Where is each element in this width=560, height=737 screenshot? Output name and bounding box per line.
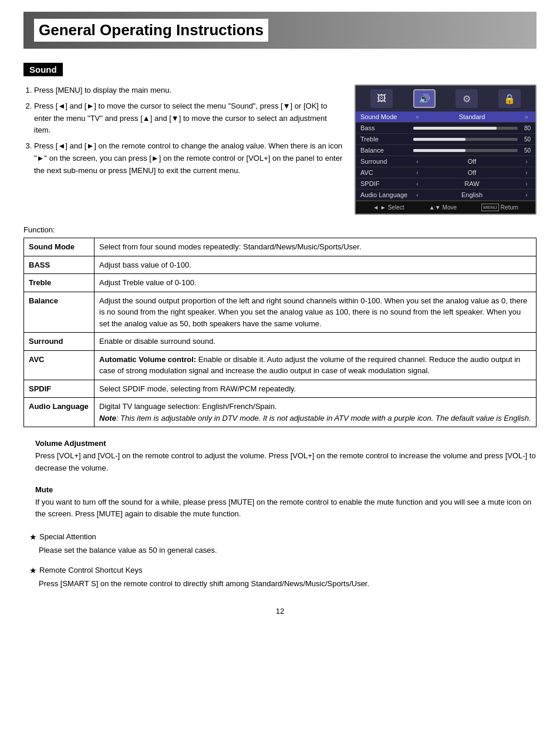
section-heading-sound: Sound: [23, 63, 63, 76]
tv-num-balance: 50: [518, 147, 531, 154]
desc-treble: Adjust Treble value of 0-100.: [95, 274, 537, 292]
table-row: AVC Automatic Volume control: Enable or …: [24, 350, 537, 380]
tv-label-soundmode: Sound Mode: [360, 113, 413, 120]
star-icon-2: ★: [29, 564, 37, 577]
term-soundmode: Sound Mode: [24, 238, 95, 256]
intro-layout: Press [MENU] to display the main menu. P…: [23, 84, 537, 215]
star-icon-1: ★: [29, 531, 37, 543]
special-attention-1: ★ Special Attention Please set the balan…: [23, 531, 537, 556]
tv-menu-row-avc: AVC ‹ Off ›: [356, 167, 535, 178]
desc-audiolang: Digital TV language selection: English/F…: [95, 398, 537, 427]
term-spdif: SPDIF: [24, 380, 95, 398]
tv-footer-select-label: Select: [388, 204, 404, 211]
page-title: General Operating Instructions: [34, 19, 268, 42]
desc-soundmode: Select from four sound modes repeatedly:…: [95, 238, 537, 256]
tv-footer-return: MENU Return: [481, 204, 518, 211]
desc-avc: Automatic Volume control: Enable or disa…: [95, 350, 537, 380]
tv-ctrl-left-spdif: ‹: [413, 181, 421, 187]
special-line-1: ★ Special Attention: [29, 531, 537, 543]
instruction-2: Press [◄] and [►] to move the cursor to …: [34, 100, 343, 137]
note-label: Note: [99, 414, 116, 422]
term-treble: Treble: [24, 274, 95, 292]
desc-balance: Adjust the sound output proportion of th…: [95, 292, 537, 333]
table-row: Sound Mode Select from four sound modes …: [24, 238, 537, 256]
page-container: General Operating Instructions Sound Pre…: [0, 0, 560, 737]
mute-title: Mute: [35, 485, 537, 494]
table-row: SPDIF Select SPDIF mode, selecting from …: [24, 380, 537, 398]
function-table: Sound Mode Select from four sound modes …: [23, 238, 537, 427]
tv-arrow-surround: ›: [522, 158, 531, 165]
tv-footer-select: ◄ ► Select: [373, 204, 404, 211]
tv-ctrl-left-audiolang: ‹: [413, 192, 421, 198]
term-bass: BASS: [24, 256, 95, 274]
desc-bass: Adjust bass value of 0-100.: [95, 256, 537, 274]
tv-label-spdif: SPDIF: [360, 180, 413, 187]
note-text: : This item is adjustable only in DTV mo…: [116, 414, 531, 422]
special-text-1: Please set the balance value as 50 in ge…: [29, 545, 537, 556]
tv-ctrl-left-avc: ‹: [413, 170, 421, 176]
tv-footer-move-icon: ▲▼: [429, 204, 441, 211]
desc-spdif: Select SPDIF mode, selecting from RAW/PC…: [95, 380, 537, 398]
table-row: BASS Adjust bass value of 0-100.: [24, 256, 537, 274]
tv-icon-4: 🔒: [498, 89, 521, 108]
tv-value-spdif: RAW: [421, 180, 522, 187]
tv-ctrl-left-soundmode: «: [413, 114, 421, 120]
tv-footer-move-label: Move: [443, 204, 457, 211]
tv-menu: Sound Mode « Standard » Bass 80: [356, 111, 535, 201]
instruction-1: Press [MENU] to display the main menu.: [34, 84, 343, 97]
table-row: Treble Adjust Treble value of 0-100.: [24, 274, 537, 292]
tv-arrow-spdif: ›: [522, 181, 531, 187]
tv-bar-bass: [413, 127, 518, 130]
term-balance: Balance: [24, 292, 95, 333]
tv-num-treble: 50: [518, 136, 531, 143]
tv-ctrl-right-soundmode: »: [522, 114, 531, 120]
tv-icon-2-active: 🔊: [413, 89, 436, 108]
tv-bar-fill-bass: [413, 127, 497, 130]
function-label: Function:: [23, 225, 537, 234]
term-avc: AVC: [24, 350, 95, 380]
tv-icon-3: ⚙: [456, 89, 478, 108]
special-text-2: Press [SMART S] on the remote control to…: [29, 578, 537, 590]
subsection-volume: Volume Adjustment Press [VOL+] and [VOL-…: [23, 439, 537, 475]
tv-menu-row-bass: Bass 80: [356, 123, 535, 134]
tv-value-surround: Off: [421, 158, 522, 165]
tv-menu-row-balance: Balance 50: [356, 145, 535, 156]
tv-label-surround: Surround: [360, 158, 413, 165]
tv-bar-treble: [413, 138, 518, 141]
tv-footer-select-icon: ◄ ►: [373, 204, 386, 211]
volume-text: Press [VOL+] and [VOL-] on the remote co…: [35, 450, 537, 475]
special-attention-2: ★ Remote Control Shortcut Keys Press [SM…: [23, 564, 537, 590]
tv-footer-return-label: Return: [501, 204, 518, 211]
tv-menu-row-soundmode: Sound Mode « Standard »: [356, 111, 535, 123]
tv-label-treble: Treble: [360, 136, 413, 143]
tv-arrow-audiolang: ›: [522, 192, 531, 198]
tv-bar-fill-balance: [413, 149, 465, 152]
term-audiolang: Audio Language: [24, 398, 95, 427]
tv-value-audiolang: English: [421, 191, 522, 198]
special-line-2: ★ Remote Control Shortcut Keys: [29, 564, 537, 577]
tv-bar-track-treble: [413, 138, 518, 141]
tv-menu-row-treble: Treble 50: [356, 134, 535, 145]
tv-label-balance: Balance: [360, 147, 413, 154]
table-row: Balance Adjust the sound output proporti…: [24, 292, 537, 333]
table-row: Surround Enable or disable surround soun…: [24, 333, 537, 351]
tv-num-bass: 80: [518, 125, 531, 131]
audiolang-note: Note: This item is adjustable only in DT…: [99, 413, 531, 424]
tv-menu-row-surround: Surround ‹ Off ›: [356, 156, 535, 167]
page-number: 12: [23, 607, 537, 616]
tv-arrow-avc: ›: [522, 170, 531, 176]
tv-bar-fill-treble: [413, 138, 465, 141]
tv-footer-move: ▲▼ Move: [429, 204, 457, 211]
tv-label-audiolang: Audio Language: [360, 191, 413, 198]
title-bar: General Operating Instructions: [23, 12, 537, 49]
term-surround: Surround: [24, 333, 95, 351]
tv-label-bass: Bass: [360, 124, 413, 131]
volume-title: Volume Adjustment: [35, 439, 537, 448]
tv-footer-return-icon: MENU: [481, 204, 499, 211]
tv-label-avc: AVC: [360, 169, 413, 176]
tv-icons-row: 🖼 🔊 ⚙ 🔒: [356, 86, 535, 111]
tv-value-soundmode: Standard: [421, 113, 522, 120]
subsection-mute: Mute If you want to turn off the sound f…: [23, 485, 537, 521]
tv-value-avc: Off: [421, 169, 522, 176]
mute-text: If you want to turn off the sound for a …: [35, 496, 537, 521]
